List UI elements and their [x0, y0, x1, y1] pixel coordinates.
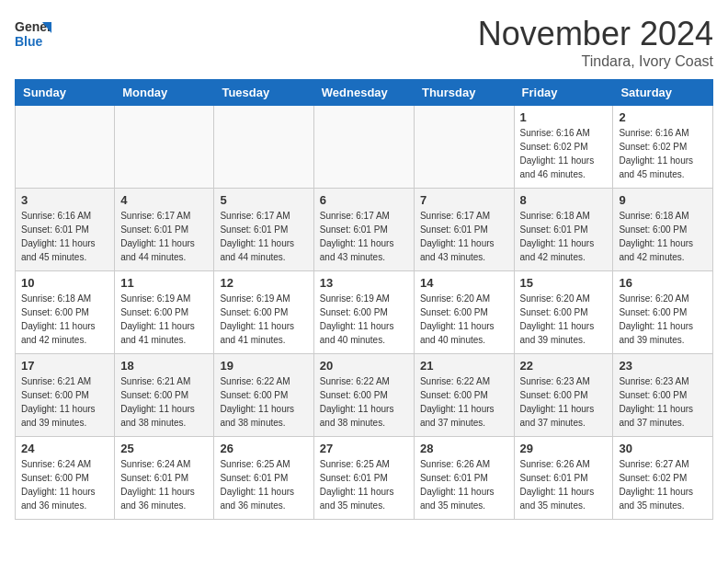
page-header: General Blue November 2024 Tindara, Ivor…: [15, 15, 713, 70]
day-number: 27: [320, 442, 408, 455]
day-number: 23: [619, 359, 707, 373]
day-number: 10: [21, 276, 108, 290]
day-number: 11: [120, 276, 208, 290]
day-number: 19: [220, 359, 307, 373]
day-number: 2: [619, 110, 707, 124]
calendar-day-cell: 26 Sunrise: 6:25 AM Sunset: 6:01 PM Dayl…: [214, 437, 313, 520]
day-number: 24: [21, 442, 108, 455]
logo-icon: General Blue: [15, 15, 51, 55]
day-info: Sunrise: 6:22 AM Sunset: 6:00 PM Dayligh…: [220, 374, 307, 430]
day-number: 12: [220, 276, 307, 290]
day-number: 18: [120, 359, 208, 373]
day-info: Sunrise: 6:17 AM Sunset: 6:01 PM Dayligh…: [320, 209, 408, 264]
day-info: Sunrise: 6:18 AM Sunset: 6:00 PM Dayligh…: [21, 292, 108, 347]
day-number: 15: [520, 276, 608, 290]
calendar-day-cell: 23 Sunrise: 6:23 AM Sunset: 6:00 PM Dayl…: [613, 354, 713, 437]
day-info: Sunrise: 6:16 AM Sunset: 6:02 PM Dayligh…: [619, 126, 707, 181]
calendar-day-cell: 4 Sunrise: 6:17 AM Sunset: 6:01 PM Dayli…: [115, 189, 214, 271]
calendar-day-cell: 20 Sunrise: 6:22 AM Sunset: 6:00 PM Dayl…: [313, 354, 414, 437]
day-info: Sunrise: 6:22 AM Sunset: 6:00 PM Dayligh…: [320, 374, 408, 430]
day-info: Sunrise: 6:23 AM Sunset: 6:00 PM Dayligh…: [520, 374, 608, 430]
calendar-day-cell: 8 Sunrise: 6:18 AM Sunset: 6:01 PM Dayli…: [514, 189, 613, 271]
calendar-day-cell: 13 Sunrise: 6:19 AM Sunset: 6:00 PM Dayl…: [313, 271, 414, 354]
day-number: 22: [520, 359, 608, 373]
day-number: 28: [420, 442, 508, 455]
day-info: Sunrise: 6:21 AM Sunset: 6:00 PM Dayligh…: [120, 374, 208, 430]
day-info: Sunrise: 6:20 AM Sunset: 6:00 PM Dayligh…: [619, 292, 707, 347]
calendar-week-row: 3 Sunrise: 6:16 AM Sunset: 6:01 PM Dayli…: [16, 189, 713, 271]
calendar-week-row: 24 Sunrise: 6:24 AM Sunset: 6:00 PM Dayl…: [16, 437, 713, 520]
calendar-week-row: 10 Sunrise: 6:18 AM Sunset: 6:00 PM Dayl…: [16, 271, 713, 354]
calendar-day-cell: 17 Sunrise: 6:21 AM Sunset: 6:00 PM Dayl…: [16, 354, 115, 437]
calendar-day-cell: 5 Sunrise: 6:17 AM Sunset: 6:01 PM Dayli…: [214, 189, 313, 271]
calendar-day-cell: 14 Sunrise: 6:20 AM Sunset: 6:00 PM Dayl…: [414, 271, 514, 354]
day-number: 7: [420, 193, 508, 207]
day-info: Sunrise: 6:24 AM Sunset: 6:01 PM Dayligh…: [120, 457, 208, 512]
calendar-day-cell: 12 Sunrise: 6:19 AM Sunset: 6:00 PM Dayl…: [214, 271, 313, 354]
calendar-day-cell: 27 Sunrise: 6:25 AM Sunset: 6:01 PM Dayl…: [313, 437, 414, 520]
day-number: 30: [619, 442, 707, 455]
day-info: Sunrise: 6:19 AM Sunset: 6:00 PM Dayligh…: [120, 292, 208, 347]
calendar-week-row: 17 Sunrise: 6:21 AM Sunset: 6:00 PM Dayl…: [16, 354, 713, 437]
title-block: November 2024 Tindara, Ivory Coast: [478, 15, 713, 70]
calendar-day-cell: 1 Sunrise: 6:16 AM Sunset: 6:02 PM Dayli…: [514, 106, 613, 189]
day-number: 17: [21, 359, 108, 373]
calendar-day-header: Sunday: [16, 80, 115, 106]
day-info: Sunrise: 6:23 AM Sunset: 6:00 PM Dayligh…: [619, 374, 707, 430]
calendar-day-header: Wednesday: [313, 80, 414, 106]
calendar-day-cell: 30 Sunrise: 6:27 AM Sunset: 6:02 PM Dayl…: [613, 437, 713, 520]
day-info: Sunrise: 6:17 AM Sunset: 6:01 PM Dayligh…: [120, 209, 208, 264]
calendar-day-cell: [214, 106, 313, 189]
day-number: 4: [120, 193, 208, 207]
calendar-day-cell: 25 Sunrise: 6:24 AM Sunset: 6:01 PM Dayl…: [115, 437, 214, 520]
day-number: 16: [619, 276, 707, 290]
calendar-day-header: Monday: [115, 80, 214, 106]
location-title: Tindara, Ivory Coast: [478, 53, 713, 70]
calendar-day-cell: 11 Sunrise: 6:19 AM Sunset: 6:00 PM Dayl…: [115, 271, 214, 354]
day-info: Sunrise: 6:17 AM Sunset: 6:01 PM Dayligh…: [420, 209, 508, 264]
calendar-day-cell: [313, 106, 414, 189]
day-info: Sunrise: 6:19 AM Sunset: 6:00 PM Dayligh…: [320, 292, 408, 347]
calendar-header-row: SundayMondayTuesdayWednesdayThursdayFrid…: [16, 80, 713, 106]
calendar-day-cell: 28 Sunrise: 6:26 AM Sunset: 6:01 PM Dayl…: [414, 437, 514, 520]
svg-text:General: General: [15, 19, 51, 34]
day-info: Sunrise: 6:16 AM Sunset: 6:01 PM Dayligh…: [21, 209, 108, 264]
calendar-day-header: Tuesday: [214, 80, 313, 106]
calendar-day-cell: 22 Sunrise: 6:23 AM Sunset: 6:00 PM Dayl…: [514, 354, 613, 437]
day-number: 25: [120, 442, 208, 455]
calendar-day-cell: 6 Sunrise: 6:17 AM Sunset: 6:01 PM Dayli…: [313, 189, 414, 271]
calendar-day-cell: 2 Sunrise: 6:16 AM Sunset: 6:02 PM Dayli…: [613, 106, 713, 189]
calendar-day-cell: 9 Sunrise: 6:18 AM Sunset: 6:00 PM Dayli…: [613, 189, 713, 271]
day-number: 14: [420, 276, 508, 290]
logo: General Blue: [15, 15, 53, 55]
day-number: 29: [520, 442, 608, 455]
day-number: 13: [320, 276, 408, 290]
day-number: 21: [420, 359, 508, 373]
calendar-day-cell: 19 Sunrise: 6:22 AM Sunset: 6:00 PM Dayl…: [214, 354, 313, 437]
day-info: Sunrise: 6:18 AM Sunset: 6:01 PM Dayligh…: [520, 209, 608, 264]
calendar-day-cell: 15 Sunrise: 6:20 AM Sunset: 6:00 PM Dayl…: [514, 271, 613, 354]
day-number: 26: [220, 442, 307, 455]
month-title: November 2024: [478, 15, 713, 53]
day-info: Sunrise: 6:22 AM Sunset: 6:00 PM Dayligh…: [420, 374, 508, 430]
calendar-day-cell: [115, 106, 214, 189]
day-number: 20: [320, 359, 408, 373]
day-number: 3: [21, 193, 108, 207]
calendar-day-cell: 7 Sunrise: 6:17 AM Sunset: 6:01 PM Dayli…: [414, 189, 514, 271]
calendar-day-cell: 29 Sunrise: 6:26 AM Sunset: 6:01 PM Dayl…: [514, 437, 613, 520]
calendar-day-cell: 21 Sunrise: 6:22 AM Sunset: 6:00 PM Dayl…: [414, 354, 514, 437]
day-info: Sunrise: 6:19 AM Sunset: 6:00 PM Dayligh…: [220, 292, 307, 347]
day-info: Sunrise: 6:26 AM Sunset: 6:01 PM Dayligh…: [520, 457, 608, 512]
day-info: Sunrise: 6:27 AM Sunset: 6:02 PM Dayligh…: [619, 457, 707, 512]
calendar-day-cell: 10 Sunrise: 6:18 AM Sunset: 6:00 PM Dayl…: [16, 271, 115, 354]
calendar-table: SundayMondayTuesdayWednesdayThursdayFrid…: [15, 79, 713, 520]
day-info: Sunrise: 6:25 AM Sunset: 6:01 PM Dayligh…: [320, 457, 408, 512]
calendar-week-row: 1 Sunrise: 6:16 AM Sunset: 6:02 PM Dayli…: [16, 106, 713, 189]
day-info: Sunrise: 6:25 AM Sunset: 6:01 PM Dayligh…: [220, 457, 307, 512]
day-number: 9: [619, 193, 707, 207]
day-info: Sunrise: 6:18 AM Sunset: 6:00 PM Dayligh…: [619, 209, 707, 264]
calendar-day-header: Friday: [514, 80, 613, 106]
day-number: 6: [320, 193, 408, 207]
calendar-day-cell: [414, 106, 514, 189]
day-number: 5: [220, 193, 307, 207]
